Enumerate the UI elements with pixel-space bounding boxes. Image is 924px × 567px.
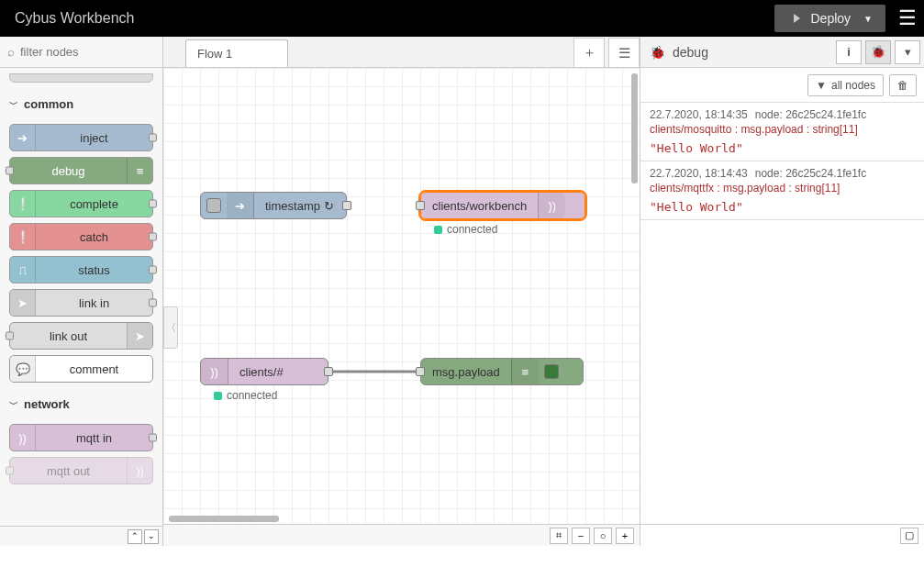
palette-node-link-in[interactable]: ➤link in <box>9 289 153 317</box>
alert-icon: ❕ <box>10 191 36 217</box>
debug-topic: clients/mqttfx : msg.payload : string[11… <box>650 182 915 195</box>
debug-message[interactable]: 22.7.2020, 18:14:43node: 26c25c24.1fe1fc… <box>640 161 924 220</box>
tab-bar: Flow 1 ＋ ☰ <box>163 37 640 68</box>
add-tab-button[interactable]: ＋ <box>573 38 605 67</box>
node-label: clients/workbench <box>421 199 538 213</box>
zoom-reset-button[interactable]: ○ <box>594 528 612 544</box>
node-mqtt-in-clients[interactable]: )) clients/# connected <box>200 358 328 385</box>
palette: ⌕ ﹀common ➔inject debug≡ ❕complete ❕catc… <box>0 37 163 546</box>
info-tab-button[interactable]: i <box>836 40 862 64</box>
zoom-out-button[interactable]: − <box>572 528 590 544</box>
category-label: common <box>24 97 73 111</box>
arrow-right-icon: ➔ <box>10 125 36 150</box>
menu-icon[interactable]: ☰ <box>898 6 917 30</box>
deploy-button[interactable]: Deploy ▼ <box>774 5 886 32</box>
palette-node-debug[interactable]: debug≡ <box>9 157 153 184</box>
workspace-footer: ⌗ − ○ + <box>163 524 640 546</box>
status-dot-icon <box>434 226 442 234</box>
node-label: mqtt out <box>10 464 127 478</box>
input-port[interactable] <box>416 367 425 376</box>
pulse-icon: ⎍ <box>10 257 36 283</box>
signal-icon: )) <box>10 425 36 450</box>
palette-node-mqtt-in[interactable]: ))mqtt in <box>9 424 153 451</box>
debug-messages: 22.7.2020, 18:14:35node: 26c25c24.1fe1fc… <box>640 103 924 524</box>
flow-canvas[interactable]: ➔ timestamp ↻ clients/workbench )) conne… <box>163 68 640 524</box>
output-port[interactable] <box>324 367 333 376</box>
node-status: connected <box>434 223 497 236</box>
chevron-down-icon: ﹀ <box>9 98 18 111</box>
output-port[interactable] <box>342 201 351 210</box>
node-debug-msg-payload[interactable]: msg.payload ≡ <box>420 358 584 385</box>
debug-toggle-button[interactable] <box>544 364 559 379</box>
palette-node-comment[interactable]: 💬comment <box>9 355 153 383</box>
trash-icon: 🗑 <box>897 79 908 92</box>
sidebar-menu-button[interactable]: ▾ <box>895 40 920 64</box>
debug-timestamp: 22.7.2020, 18:14:43 <box>650 167 748 180</box>
node-inject-timestamp[interactable]: ➔ timestamp ↻ <box>200 192 347 219</box>
debug-topic: clients/mosquitto : msg.payload : string… <box>650 123 915 136</box>
navigator-button[interactable]: ⌗ <box>550 528 568 544</box>
bars-icon: ≡ <box>127 158 152 183</box>
node-label: catch <box>36 230 152 244</box>
palette-node-status[interactable]: ⎍status <box>9 256 153 284</box>
node-label: link in <box>36 296 152 310</box>
node-label: timestamp ↻ <box>254 199 345 213</box>
app-header: Cybus Workbench Deploy ▼ ☰ <box>0 0 924 37</box>
filter-icon: ▼ <box>816 79 827 92</box>
list-tabs-button[interactable]: ☰ <box>608 38 640 67</box>
deploy-icon <box>787 11 802 26</box>
debug-payload: "Hello World" <box>650 141 915 155</box>
collapse-down-button[interactable]: ⌄ <box>144 529 159 544</box>
bug-icon: 🐞 <box>650 45 665 60</box>
link-icon: ➤ <box>127 323 152 349</box>
alert-icon: ❕ <box>10 224 36 250</box>
filter-all-nodes-button[interactable]: ▼all nodes <box>807 74 884 96</box>
node-label: link out <box>10 329 127 343</box>
debug-tab-button[interactable]: 🐞 <box>865 40 891 64</box>
debug-sidebar: 🐞debug i 🐞 ▾ ▼all nodes 🗑 22.7.2020, 18:… <box>640 37 924 546</box>
palette-collapse-handle[interactable]: 〈 <box>163 306 178 349</box>
horizontal-scrollbar[interactable] <box>169 516 279 522</box>
signal-icon: )) <box>538 193 565 218</box>
node-label: mqtt in <box>36 431 152 445</box>
debug-timestamp: 22.7.2020, 18:14:35 <box>650 108 748 121</box>
palette-node-mqtt-out[interactable]: mqtt out)) <box>9 457 153 484</box>
zoom-in-button[interactable]: + <box>616 528 634 544</box>
clear-debug-button[interactable]: 🗑 <box>889 74 917 96</box>
palette-category-common[interactable]: ﹀common <box>0 90 162 118</box>
palette-node-link-out[interactable]: link out➤ <box>9 322 153 350</box>
palette-node-catch[interactable]: ❕catch <box>9 223 153 250</box>
comment-icon: 💬 <box>10 356 36 382</box>
app-title: Cybus Workbench <box>15 10 134 27</box>
node-label: debug <box>10 164 127 178</box>
search-icon: ⌕ <box>7 45 15 59</box>
signal-icon: )) <box>201 359 228 384</box>
status-dot-icon <box>214 392 222 400</box>
bars-icon: ≡ <box>511 359 539 384</box>
sidebar-title: 🐞debug <box>650 45 836 60</box>
open-window-button[interactable]: ▢ <box>900 528 918 544</box>
filter-nodes-box[interactable]: ⌕ <box>0 37 162 68</box>
input-port[interactable] <box>416 201 425 210</box>
deploy-label: Deploy <box>811 11 852 26</box>
caret-down-icon: ▼ <box>863 14 873 24</box>
filter-input[interactable] <box>20 45 155 59</box>
workspace: Flow 1 ＋ ☰ ➔ timestamp ↻ client <box>163 37 640 546</box>
node-status: connected <box>214 389 277 402</box>
node-label: inject <box>36 131 152 145</box>
collapse-up-button[interactable]: ⌃ <box>128 529 142 544</box>
debug-message[interactable]: 22.7.2020, 18:14:35node: 26c25c24.1fe1fc… <box>640 103 924 161</box>
flow-tab[interactable]: Flow 1 <box>185 39 288 67</box>
palette-node-inject[interactable]: ➔inject <box>9 124 153 151</box>
palette-node-complete[interactable]: ❕complete <box>9 190 153 217</box>
inject-trigger-button[interactable] <box>206 198 221 213</box>
debug-payload: "Hello World" <box>650 200 915 214</box>
node-label: msg.payload <box>421 365 511 379</box>
vertical-scrollbar[interactable] <box>631 73 638 183</box>
signal-icon: )) <box>127 458 152 484</box>
node-label: comment <box>36 362 152 376</box>
debug-node-id: node: 26c25c24.1fe1fc <box>755 108 866 121</box>
palette-category-network[interactable]: ﹀network <box>0 390 162 418</box>
arrow-right-icon: ➔ <box>227 193 254 218</box>
node-mqtt-out-workbench[interactable]: clients/workbench )) connected <box>420 192 585 219</box>
